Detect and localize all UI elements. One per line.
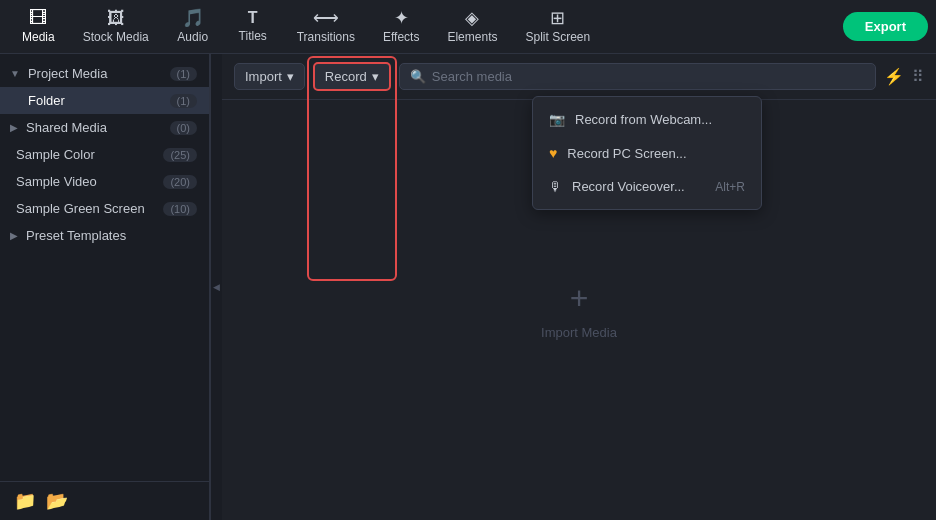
sidebar-item-label-preset-templates: Preset Templates xyxy=(26,228,197,243)
sidebar-item-sample-green-screen[interactable]: Sample Green Screen (10) xyxy=(0,195,209,222)
record-dropdown-menu: 📷 Record from Webcam... ♥ Record PC Scre… xyxy=(532,96,762,210)
dropdown-item-webcam[interactable]: 📷 Record from Webcam... xyxy=(533,103,761,136)
sidebar-item-sample-video[interactable]: Sample Video (20) xyxy=(0,168,209,195)
nav-item-stock-media[interactable]: 🖼 Stock Media xyxy=(69,3,163,50)
sidebar-item-label-sample-video: Sample Video xyxy=(16,174,157,189)
add-media-button[interactable]: 📂 xyxy=(46,490,68,512)
content-area: Import ▾ Record ▾ 🔍 ⚡ ⠿ xyxy=(222,54,936,520)
crown-icon: ♥ xyxy=(549,145,557,161)
sidebar: ▼ Project Media (1) Folder (1) ▶ Shared … xyxy=(0,54,210,520)
nav-label-media: Media xyxy=(22,30,55,44)
sidebar-item-folder[interactable]: Folder (1) xyxy=(0,87,209,114)
top-nav: 🎞 Media 🖼 Stock Media 🎵 Audio T Titles ⟷… xyxy=(0,0,936,54)
add-folder-button[interactable]: 📁 xyxy=(14,490,36,512)
sidebar-resize-handle[interactable] xyxy=(210,54,222,520)
sidebar-item-preset-templates[interactable]: ▶ Preset Templates xyxy=(0,222,209,249)
import-label: Import xyxy=(245,69,282,84)
toolbar: Import ▾ Record ▾ 🔍 ⚡ ⠿ xyxy=(222,54,936,100)
split-screen-icon: ⊞ xyxy=(550,9,565,27)
dropdown-item-webcam-left: 📷 Record from Webcam... xyxy=(549,112,712,127)
webcam-icon: 📷 xyxy=(549,112,565,127)
toolbar-icons: ⚡ ⠿ xyxy=(884,67,924,86)
sidebar-item-count-sample-video: (20) xyxy=(163,175,197,189)
record-chevron-icon: ▾ xyxy=(372,69,379,84)
sidebar-item-count-sample-green-screen: (10) xyxy=(163,202,197,216)
titles-icon: T xyxy=(248,10,258,26)
chevron-right-icon-2: ▶ xyxy=(10,230,18,241)
sidebar-item-sample-color[interactable]: Sample Color (25) xyxy=(0,141,209,168)
nav-item-audio[interactable]: 🎵 Audio xyxy=(163,3,223,50)
sidebar-item-count-folder: (1) xyxy=(170,94,197,108)
chevron-down-icon: ▼ xyxy=(10,68,20,79)
dropdown-shortcut-voiceover: Alt+R xyxy=(715,180,745,194)
nav-label-titles: Titles xyxy=(239,29,267,43)
elements-icon: ◈ xyxy=(465,9,479,27)
sidebar-item-label-sample-green-screen: Sample Green Screen xyxy=(16,201,157,216)
chevron-right-icon: ▶ xyxy=(10,122,18,133)
effects-icon: ✦ xyxy=(394,9,409,27)
nav-label-elements: Elements xyxy=(447,30,497,44)
mic-icon: 🎙 xyxy=(549,179,562,194)
nav-item-media[interactable]: 🎞 Media xyxy=(8,3,69,50)
sidebar-item-project-media[interactable]: ▼ Project Media (1) xyxy=(0,60,209,87)
record-dropdown-container: Record ▾ xyxy=(313,62,391,91)
dropdown-item-voiceover-left: 🎙 Record Voiceover... xyxy=(549,179,685,194)
sidebar-item-label-shared-media: Shared Media xyxy=(26,120,164,135)
dropdown-item-pc-screen[interactable]: ♥ Record PC Screen... xyxy=(533,136,761,170)
nav-item-effects[interactable]: ✦ Effects xyxy=(369,3,433,50)
nav-item-titles[interactable]: T Titles xyxy=(223,4,283,49)
dropdown-item-pc-screen-left: ♥ Record PC Screen... xyxy=(549,145,687,161)
sidebar-item-label-sample-color: Sample Color xyxy=(16,147,157,162)
search-input[interactable] xyxy=(432,69,865,84)
nav-item-elements[interactable]: ◈ Elements xyxy=(433,3,511,50)
dropdown-label-webcam: Record from Webcam... xyxy=(575,112,712,127)
nav-item-transitions[interactable]: ⟷ Transitions xyxy=(283,3,369,50)
search-bar[interactable]: 🔍 xyxy=(399,63,876,90)
nav-item-split-screen[interactable]: ⊞ Split Screen xyxy=(511,3,604,50)
import-chevron-icon: ▾ xyxy=(287,69,294,84)
transitions-icon: ⟷ xyxy=(313,9,339,27)
main-layout: ▼ Project Media (1) Folder (1) ▶ Shared … xyxy=(0,54,936,520)
nav-label-effects: Effects xyxy=(383,30,419,44)
record-label: Record xyxy=(325,69,367,84)
nav-label-stock-media: Stock Media xyxy=(83,30,149,44)
import-button[interactable]: Import ▾ xyxy=(234,63,305,90)
dropdown-item-voiceover[interactable]: 🎙 Record Voiceover... Alt+R xyxy=(533,170,761,203)
import-media-label: Import Media xyxy=(541,325,617,340)
record-button[interactable]: Record ▾ xyxy=(313,62,391,91)
stock-media-icon: 🖼 xyxy=(107,9,125,27)
sidebar-item-count-shared-media: (0) xyxy=(170,121,197,135)
sidebar-item-label-folder: Folder xyxy=(28,93,164,108)
sidebar-item-count-project-media: (1) xyxy=(170,67,197,81)
filter-icon[interactable]: ⚡ xyxy=(884,67,904,86)
sidebar-item-count-sample-color: (25) xyxy=(163,148,197,162)
nav-label-split-screen: Split Screen xyxy=(525,30,590,44)
export-button[interactable]: Export xyxy=(843,12,928,41)
sidebar-item-label-project-media: Project Media xyxy=(28,66,164,81)
dropdown-label-voiceover: Record Voiceover... xyxy=(572,179,685,194)
grid-view-icon[interactable]: ⠿ xyxy=(912,67,924,86)
add-media-plus-button[interactable]: + xyxy=(570,280,589,317)
sidebar-item-shared-media[interactable]: ▶ Shared Media (0) xyxy=(0,114,209,141)
search-icon: 🔍 xyxy=(410,69,426,84)
dropdown-label-pc-screen: Record PC Screen... xyxy=(567,146,686,161)
sidebar-content: ▼ Project Media (1) Folder (1) ▶ Shared … xyxy=(0,54,209,481)
nav-label-audio: Audio xyxy=(177,30,208,44)
nav-label-transitions: Transitions xyxy=(297,30,355,44)
media-icon: 🎞 xyxy=(29,9,47,27)
sidebar-footer: 📁 📂 xyxy=(0,481,209,520)
audio-icon: 🎵 xyxy=(182,9,204,27)
